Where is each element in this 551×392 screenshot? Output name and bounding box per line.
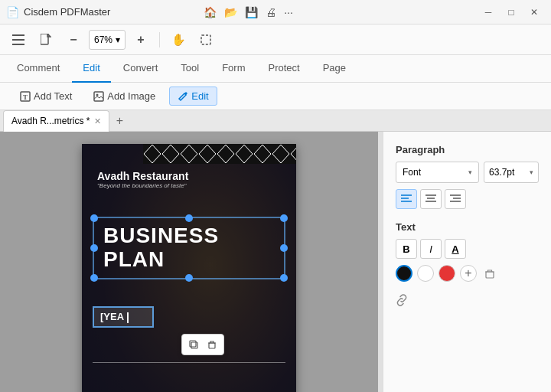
save-icon[interactable]: 💾 xyxy=(245,6,258,18)
pdf-viewer[interactable]: Avadh Restaurant "Beyond the boundaries … xyxy=(0,132,378,392)
text-style-row: B I A xyxy=(396,239,539,259)
edit-button[interactable]: Edit xyxy=(169,87,217,106)
size-chevron: ▾ xyxy=(530,168,533,176)
year-text-box[interactable]: [YEA xyxy=(93,306,154,328)
tab-tool[interactable]: Tool xyxy=(170,55,210,83)
print-icon[interactable]: 🖨 xyxy=(266,6,276,18)
zoom-out-button[interactable]: − xyxy=(61,29,86,51)
business-line2: PLAN xyxy=(103,248,275,272)
font-select[interactable]: Font ▾ xyxy=(396,162,479,183)
zoom-arrow: ▾ xyxy=(116,34,120,45)
handle-tm xyxy=(185,214,193,222)
add-image-button[interactable]: Add Image xyxy=(86,87,163,105)
paragraph-section: Paragraph Font ▾ 63.7pt ▾ xyxy=(396,144,539,209)
font-size-value: 63.7pt xyxy=(489,167,514,178)
maximize-button[interactable]: □ xyxy=(500,4,522,21)
doc-tab-name: Avadh R...metrics * xyxy=(11,116,90,126)
svg-rect-12 xyxy=(191,342,197,348)
handle-br xyxy=(280,274,288,282)
delete-color-button[interactable] xyxy=(481,265,498,282)
diamond-pattern xyxy=(143,144,296,164)
add-image-label: Add Image xyxy=(107,90,155,102)
link-icon[interactable] xyxy=(396,294,408,309)
handle-bm xyxy=(185,274,193,282)
svg-rect-11 xyxy=(143,144,296,164)
folder-icon[interactable]: 📂 xyxy=(224,6,237,18)
restaurant-tagline: "Beyond the boundaries of taste" xyxy=(97,182,281,189)
tab-form[interactable]: Form xyxy=(211,55,256,83)
add-color-button[interactable]: + xyxy=(460,265,477,282)
italic-button[interactable]: I xyxy=(420,239,442,259)
more-icon[interactable]: ··· xyxy=(284,6,293,18)
link-section xyxy=(396,294,539,309)
handle-mr xyxy=(280,244,288,252)
paragraph-title: Paragraph xyxy=(396,144,539,155)
svg-rect-2 xyxy=(12,44,24,45)
app-logo: 📄 xyxy=(6,6,19,18)
edit-label: Edit xyxy=(191,90,208,102)
right-panel: Paragraph Font ▾ 63.7pt ▾ xyxy=(383,132,551,392)
minimize-button[interactable]: ─ xyxy=(478,4,499,21)
inline-copy-button[interactable] xyxy=(185,336,202,353)
tab-edit[interactable]: Edit xyxy=(72,55,110,83)
svg-rect-14 xyxy=(209,343,215,348)
svg-rect-0 xyxy=(12,34,24,36)
inline-delete-button[interactable] xyxy=(204,336,220,353)
color-white[interactable] xyxy=(417,265,434,282)
align-center-button[interactable] xyxy=(420,189,442,209)
text-title: Text xyxy=(396,221,539,233)
divider-line xyxy=(93,362,285,363)
tab-protect[interactable]: Protect xyxy=(258,55,311,83)
nav-tabs: Comment Edit Convert Tool Form Protect P… xyxy=(0,55,551,83)
tab-comment[interactable]: Comment xyxy=(6,55,70,83)
font-row: Font ▾ 63.7pt ▾ xyxy=(396,162,539,183)
zoom-in-button[interactable]: + xyxy=(129,29,153,51)
main-content: Avadh Restaurant "Beyond the boundaries … xyxy=(0,132,551,392)
color-black[interactable] xyxy=(396,265,412,282)
color-red[interactable] xyxy=(439,265,455,282)
tab-convert[interactable]: Convert xyxy=(112,55,169,83)
home-icon[interactable]: 🏠 xyxy=(204,6,217,18)
zoom-value: 67% xyxy=(94,34,112,45)
sidebar-toggle-button[interactable] xyxy=(6,29,31,51)
bold-button[interactable]: B xyxy=(396,239,417,259)
pdf-header: Avadh Restaurant "Beyond the boundaries … xyxy=(97,167,281,189)
text-cursor xyxy=(127,312,129,323)
business-plan-box[interactable]: BUSINESS PLAN xyxy=(93,217,285,279)
handle-tr xyxy=(280,214,288,222)
add-text-button[interactable]: T Add Text xyxy=(12,87,80,105)
pdf-page: Avadh Restaurant "Beyond the boundaries … xyxy=(82,144,296,392)
select-tool-button[interactable] xyxy=(194,29,218,51)
font-size-select[interactable]: 63.7pt ▾ xyxy=(484,162,539,183)
hand-tool-button[interactable]: ✋ xyxy=(166,29,191,51)
align-left-button[interactable] xyxy=(396,189,417,209)
main-toolbar: − 67% ▾ + ✋ xyxy=(0,24,551,55)
align-row xyxy=(396,189,539,209)
add-tab-button[interactable]: + xyxy=(111,113,128,129)
window-controls: ─ □ ✕ xyxy=(478,4,545,21)
svg-rect-1 xyxy=(12,39,24,41)
restaurant-name: Avadh Restaurant xyxy=(97,170,281,182)
svg-rect-13 xyxy=(190,341,196,347)
svg-text:T: T xyxy=(23,93,28,101)
tab-page[interactable]: Page xyxy=(312,55,357,83)
underline-button[interactable]: A xyxy=(445,239,466,259)
svg-rect-4 xyxy=(201,35,210,44)
sub-toolbar: T Add Text Add Image Edit xyxy=(0,83,551,110)
underline-a-label: A xyxy=(452,243,458,255)
doc-tab-close[interactable]: ✕ xyxy=(94,116,101,126)
svg-rect-7 xyxy=(94,92,103,101)
add-text-label: Add Text xyxy=(34,90,72,102)
align-right-button[interactable] xyxy=(445,189,466,209)
svg-rect-24 xyxy=(486,272,494,278)
year-text: [YEA xyxy=(100,311,124,322)
zoom-control[interactable]: 67% ▾ xyxy=(89,30,126,50)
new-file-button[interactable] xyxy=(34,29,58,51)
close-button[interactable]: ✕ xyxy=(523,4,545,21)
handle-ml xyxy=(90,244,98,252)
toolbar-separator xyxy=(159,32,160,47)
document-tab[interactable]: Avadh R...metrics * ✕ xyxy=(3,110,109,132)
font-chevron: ▾ xyxy=(468,168,472,176)
title-bar: 📄 Cisdem PDFMaster 🏠 📂 💾 🖨 ··· ─ □ ✕ xyxy=(0,0,551,24)
inline-edit-toolbar xyxy=(181,334,224,355)
